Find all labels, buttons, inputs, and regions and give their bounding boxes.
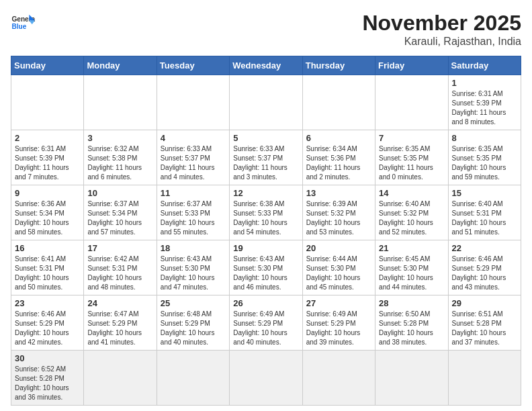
calendar-cell: 13Sunrise: 6:39 AM Sunset: 5:32 PM Dayli… (302, 185, 375, 240)
day-number: 21 (379, 243, 444, 253)
day-info: Sunrise: 6:42 AM Sunset: 5:31 PM Dayligh… (87, 255, 152, 292)
day-number: 2 (15, 133, 80, 143)
day-number: 7 (379, 133, 444, 143)
day-info: Sunrise: 6:52 AM Sunset: 5:28 PM Dayligh… (15, 365, 80, 402)
calendar-cell (84, 75, 157, 130)
calendar-cell: 18Sunrise: 6:43 AM Sunset: 5:30 PM Dayli… (157, 240, 229, 295)
day-info: Sunrise: 6:37 AM Sunset: 5:34 PM Dayligh… (87, 199, 152, 237)
title-block: November 2025 Karauli, Rajasthan, India (362, 11, 521, 48)
weekday-header-wednesday: Wednesday (230, 56, 302, 75)
calendar-cell: 24Sunrise: 6:47 AM Sunset: 5:29 PM Dayli… (84, 295, 157, 351)
calendar-cell: 20Sunrise: 6:44 AM Sunset: 5:30 PM Dayli… (302, 240, 375, 295)
day-number: 25 (161, 298, 226, 308)
header: General Blue November 2025 Karauli, Raja… (11, 11, 521, 48)
calendar-cell: 11Sunrise: 6:37 AM Sunset: 5:33 PM Dayli… (157, 185, 229, 240)
calendar-cell (375, 75, 448, 130)
day-number: 5 (233, 133, 298, 143)
svg-text:Blue: Blue (11, 23, 26, 30)
calendar-table: SundayMondayTuesdayWednesdayThursdayFrid… (11, 56, 521, 406)
day-info: Sunrise: 6:44 AM Sunset: 5:30 PM Dayligh… (306, 255, 371, 292)
week-row-3: 16Sunrise: 6:41 AM Sunset: 5:31 PM Dayli… (11, 240, 521, 295)
day-info: Sunrise: 6:38 AM Sunset: 5:33 PM Dayligh… (233, 199, 298, 237)
day-number: 22 (452, 243, 517, 253)
calendar-cell: 3Sunrise: 6:32 AM Sunset: 5:38 PM Daylig… (84, 130, 157, 185)
day-number: 9 (15, 188, 80, 198)
day-number: 10 (87, 188, 152, 198)
day-info: Sunrise: 6:41 AM Sunset: 5:31 PM Dayligh… (15, 255, 80, 292)
day-number: 20 (306, 243, 371, 253)
calendar-cell: 15Sunrise: 6:40 AM Sunset: 5:31 PM Dayli… (448, 185, 521, 240)
day-info: Sunrise: 6:33 AM Sunset: 5:37 PM Dayligh… (161, 144, 226, 182)
calendar-cell (302, 351, 375, 406)
calendar-cell: 4Sunrise: 6:33 AM Sunset: 5:37 PM Daylig… (157, 130, 229, 185)
calendar-cell: 8Sunrise: 6:35 AM Sunset: 5:35 PM Daylig… (448, 130, 521, 185)
calendar-cell: 27Sunrise: 6:49 AM Sunset: 5:29 PM Dayli… (302, 295, 375, 351)
day-number: 4 (161, 133, 226, 143)
day-number: 26 (233, 298, 298, 308)
calendar-cell: 17Sunrise: 6:42 AM Sunset: 5:31 PM Dayli… (84, 240, 157, 295)
day-number: 30 (15, 353, 80, 363)
week-row-2: 9Sunrise: 6:36 AM Sunset: 5:34 PM Daylig… (11, 185, 521, 240)
day-info: Sunrise: 6:34 AM Sunset: 5:36 PM Dayligh… (306, 144, 371, 182)
day-info: Sunrise: 6:37 AM Sunset: 5:33 PM Dayligh… (161, 199, 226, 237)
calendar-cell: 28Sunrise: 6:50 AM Sunset: 5:28 PM Dayli… (375, 295, 448, 351)
day-number: 17 (87, 243, 152, 253)
day-info: Sunrise: 6:32 AM Sunset: 5:38 PM Dayligh… (87, 144, 152, 182)
day-info: Sunrise: 6:31 AM Sunset: 5:39 PM Dayligh… (452, 89, 517, 127)
calendar-cell: 22Sunrise: 6:46 AM Sunset: 5:29 PM Dayli… (448, 240, 521, 295)
calendar-cell: 12Sunrise: 6:38 AM Sunset: 5:33 PM Dayli… (230, 185, 302, 240)
weekday-header-saturday: Saturday (448, 56, 521, 75)
day-number: 15 (452, 188, 517, 198)
calendar-cell: 6Sunrise: 6:34 AM Sunset: 5:36 PM Daylig… (302, 130, 375, 185)
weekday-header-sunday: Sunday (11, 56, 84, 75)
calendar-cell (11, 75, 84, 130)
day-number: 28 (379, 298, 444, 308)
weekday-header-monday: Monday (84, 56, 157, 75)
calendar-cell (375, 351, 448, 406)
day-info: Sunrise: 6:51 AM Sunset: 5:28 PM Dayligh… (452, 310, 517, 347)
day-info: Sunrise: 6:43 AM Sunset: 5:30 PM Dayligh… (233, 255, 298, 292)
day-number: 3 (87, 133, 152, 143)
day-number: 12 (233, 188, 298, 198)
day-number: 1 (452, 78, 517, 88)
week-row-4: 23Sunrise: 6:46 AM Sunset: 5:29 PM Dayli… (11, 295, 521, 351)
calendar-cell (157, 351, 229, 406)
day-info: Sunrise: 6:33 AM Sunset: 5:37 PM Dayligh… (233, 144, 298, 182)
weekday-header-row: SundayMondayTuesdayWednesdayThursdayFrid… (11, 56, 521, 75)
day-number: 23 (15, 298, 80, 308)
day-info: Sunrise: 6:45 AM Sunset: 5:30 PM Dayligh… (379, 255, 444, 292)
calendar-cell: 29Sunrise: 6:51 AM Sunset: 5:28 PM Dayli… (448, 295, 521, 351)
day-number: 24 (87, 298, 152, 308)
calendar-cell: 10Sunrise: 6:37 AM Sunset: 5:34 PM Dayli… (84, 185, 157, 240)
calendar-cell (157, 75, 229, 130)
weekday-header-friday: Friday (375, 56, 448, 75)
calendar-cell (84, 351, 157, 406)
logo: General Blue (11, 11, 35, 35)
logo-icon: General Blue (11, 11, 35, 35)
calendar-cell: 1Sunrise: 6:31 AM Sunset: 5:39 PM Daylig… (448, 75, 521, 130)
day-number: 13 (306, 188, 371, 198)
week-row-1: 2Sunrise: 6:31 AM Sunset: 5:39 PM Daylig… (11, 130, 521, 185)
calendar-cell: 19Sunrise: 6:43 AM Sunset: 5:30 PM Dayli… (230, 240, 302, 295)
weekday-header-tuesday: Tuesday (157, 56, 229, 75)
day-info: Sunrise: 6:49 AM Sunset: 5:29 PM Dayligh… (306, 310, 371, 347)
day-number: 16 (15, 243, 80, 253)
calendar-cell: 21Sunrise: 6:45 AM Sunset: 5:30 PM Dayli… (375, 240, 448, 295)
calendar-cell: 16Sunrise: 6:41 AM Sunset: 5:31 PM Dayli… (11, 240, 84, 295)
calendar-cell (230, 351, 302, 406)
day-number: 27 (306, 298, 371, 308)
month-title: November 2025 (362, 11, 521, 36)
day-info: Sunrise: 6:43 AM Sunset: 5:30 PM Dayligh… (161, 255, 226, 292)
day-info: Sunrise: 6:36 AM Sunset: 5:34 PM Dayligh… (15, 199, 80, 237)
day-number: 11 (161, 188, 226, 198)
day-info: Sunrise: 6:46 AM Sunset: 5:29 PM Dayligh… (452, 255, 517, 292)
calendar-cell: 7Sunrise: 6:35 AM Sunset: 5:35 PM Daylig… (375, 130, 448, 185)
day-number: 8 (452, 133, 517, 143)
calendar-cell: 30Sunrise: 6:52 AM Sunset: 5:28 PM Dayli… (11, 351, 84, 406)
day-number: 29 (452, 298, 517, 308)
calendar-cell: 26Sunrise: 6:49 AM Sunset: 5:29 PM Dayli… (230, 295, 302, 351)
calendar-cell: 14Sunrise: 6:40 AM Sunset: 5:32 PM Dayli… (375, 185, 448, 240)
calendar-cell: 5Sunrise: 6:33 AM Sunset: 5:37 PM Daylig… (230, 130, 302, 185)
day-info: Sunrise: 6:35 AM Sunset: 5:35 PM Dayligh… (379, 144, 444, 182)
day-info: Sunrise: 6:50 AM Sunset: 5:28 PM Dayligh… (379, 310, 444, 347)
